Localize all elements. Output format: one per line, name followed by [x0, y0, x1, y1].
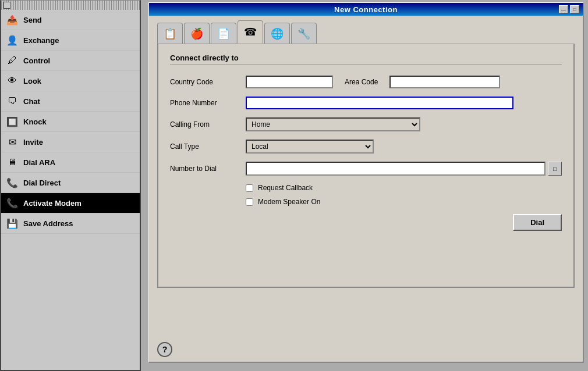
tab-wrench-icon: 🔧	[297, 27, 310, 40]
save-address-icon: 💾	[6, 217, 19, 230]
copy-button[interactable]: □	[548, 162, 562, 176]
invite-icon: ✉	[6, 135, 19, 148]
call-type-dropdown[interactable]: LocalLong DistanceInternational	[246, 140, 374, 154]
control-label: Control	[23, 56, 50, 65]
chat-label: Chat	[23, 97, 40, 106]
look-label: Look	[23, 77, 41, 85]
call-type-row: Call Type LocalLong DistanceInternationa…	[170, 140, 562, 154]
modem-speaker-row: Modem Speaker On	[246, 198, 562, 206]
section-title: Connect directly to	[170, 53, 562, 65]
dial-direct-label: Dial Direct	[23, 179, 61, 187]
dial-button-row: Dial	[170, 214, 562, 231]
tab-address-icon: 📋	[164, 27, 176, 40]
sidebar-item-exchange[interactable]: 👤Exchange	[1, 30, 140, 51]
tab-apple[interactable]: 🍎	[184, 23, 210, 44]
control-icon: 🖊	[6, 54, 19, 67]
chat-icon: 🗨	[6, 95, 19, 108]
sidebar-resize-box[interactable]	[3, 2, 10, 9]
code-inputs: Area Code	[246, 76, 500, 88]
number-to-dial-label: Number to Dial	[170, 165, 246, 173]
knock-label: Knock	[23, 117, 47, 126]
modem-speaker-checkbox[interactable]	[246, 198, 253, 206]
sidebar: 📤Send👤Exchange🖊Control👁Look🗨Chat🔲Knock✉I…	[0, 0, 141, 371]
window-controls: — □	[559, 5, 579, 13]
phone-number-input[interactable]	[246, 97, 513, 109]
tab-address[interactable]: 📋	[157, 23, 183, 44]
sidebar-item-dial-ara[interactable]: 🖥Dial ARA	[1, 152, 140, 173]
sidebar-item-chat[interactable]: 🗨Chat	[1, 91, 140, 112]
window-title: New Connection	[334, 5, 398, 14]
sidebar-titlebar	[1, 1, 140, 10]
sidebar-item-activate-modem[interactable]: 📞Activate Modem	[1, 193, 140, 213]
content-panel: Connect directly to Country Code Area Co…	[157, 44, 575, 288]
dial-button[interactable]: Dial	[513, 214, 562, 231]
sidebar-item-send[interactable]: 📤Send	[1, 10, 140, 30]
calling-from-row: Calling From HomeOfficeMobileOther	[170, 117, 562, 131]
sidebar-item-control[interactable]: 🖊Control	[1, 51, 140, 71]
modem-speaker-label: Modem Speaker On	[258, 198, 320, 206]
tab-wrench[interactable]: 🔧	[291, 23, 317, 44]
send-icon: 📤	[6, 13, 19, 26]
tab-apple-icon: 🍎	[190, 27, 203, 40]
area-code-label: Area Code	[345, 78, 378, 86]
dial-direct-icon: 📞	[6, 176, 19, 189]
request-callback-row: Request Callback	[246, 184, 562, 192]
phone-number-row: Phone Number	[170, 97, 562, 109]
country-code-label: Country Code	[170, 78, 246, 86]
sidebar-item-dial-direct[interactable]: 📞Dial Direct	[1, 173, 140, 193]
tab-clipboard-icon: 📄	[217, 27, 230, 40]
request-callback-label: Request Callback	[258, 184, 313, 192]
calling-from-dropdown[interactable]: HomeOfficeMobileOther	[246, 117, 420, 131]
help-button[interactable]: ?	[157, 342, 172, 357]
call-type-label: Call Type	[170, 142, 246, 151]
tab-globe-icon: 🌐	[271, 27, 284, 40]
activate-modem-icon: 📞	[6, 197, 19, 209]
request-callback-checkbox[interactable]	[246, 184, 253, 192]
dial-ara-icon: 🖥	[6, 156, 19, 169]
tabs-area: 📋🍎📄☎🌐🔧	[149, 16, 583, 44]
send-label: Send	[23, 16, 42, 24]
bottom-bar: ?	[157, 342, 172, 357]
phone-number-label: Phone Number	[170, 99, 246, 107]
tab-clipboard[interactable]: 📄	[211, 23, 236, 44]
minimize-button[interactable]: —	[559, 5, 568, 13]
sidebar-item-knock[interactable]: 🔲Knock	[1, 112, 140, 132]
calling-from-label: Calling From	[170, 120, 246, 129]
sidebar-item-save-address[interactable]: 💾Save Address	[1, 213, 140, 234]
country-area-row: Country Code Area Code	[170, 76, 562, 88]
country-code-input[interactable]	[246, 76, 333, 88]
dial-ara-label: Dial ARA	[23, 158, 55, 167]
number-to-dial-input[interactable]	[246, 162, 546, 176]
number-to-dial-row: Number to Dial □	[170, 162, 562, 176]
sidebar-item-look[interactable]: 👁Look	[1, 71, 140, 91]
invite-label: Invite	[23, 138, 43, 147]
number-dial-container: □	[246, 162, 562, 176]
exchange-icon: 👤	[6, 34, 19, 47]
exchange-label: Exchange	[23, 36, 59, 45]
tab-globe[interactable]: 🌐	[264, 23, 290, 44]
main-window: New Connection — □ 📋🍎📄☎🌐🔧 Connect direct…	[148, 2, 584, 363]
knock-icon: 🔲	[6, 115, 19, 128]
maximize-button[interactable]: □	[570, 5, 579, 13]
window-titlebar: New Connection — □	[149, 3, 583, 16]
tab-phone[interactable]: ☎	[238, 20, 263, 44]
tab-phone-icon: ☎	[244, 26, 257, 38]
save-address-label: Save Address	[23, 219, 73, 228]
look-icon: 👁	[6, 74, 19, 87]
copy-icon: □	[553, 166, 557, 172]
sidebar-item-invite[interactable]: ✉Invite	[1, 132, 140, 152]
area-code-input[interactable]	[389, 76, 500, 88]
activate-modem-label: Activate Modem	[23, 199, 82, 208]
